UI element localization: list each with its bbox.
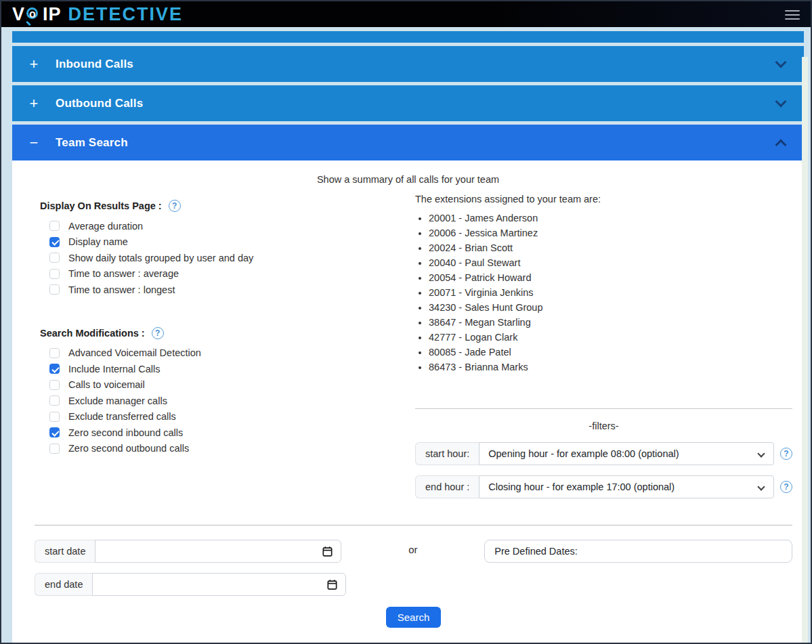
start-hour-row: start hour: Opening hour - for example 0…	[415, 442, 792, 465]
extension-list-item: 20024 - Brian Scott	[429, 240, 792, 255]
checkbox-label: Exclude manager calls	[68, 395, 167, 406]
checkbox[interactable]	[49, 284, 60, 295]
end-hour-selected-value: Closing hour - for example 17:00 (option…	[488, 481, 675, 492]
checkbox[interactable]	[49, 380, 60, 390]
help-icon[interactable]: ?	[169, 200, 181, 212]
checkbox-label: Advanced Voicemail Detection	[68, 347, 201, 358]
calendar-icon	[326, 579, 338, 591]
start-date-group: start date	[35, 540, 341, 563]
extension-list-item: 86473 - Brianna Marks	[429, 360, 792, 374]
checkbox-label: Show daily totals grouped by user and da…	[68, 253, 253, 263]
chevron-down-icon	[757, 483, 765, 490]
checkbox-option-row[interactable]: Average duration	[49, 218, 415, 234]
accordion-header-outbound-calls[interactable]: + Outbound Calls	[12, 85, 804, 121]
checkbox-option-row[interactable]: Show daily totals grouped by user and da…	[49, 250, 415, 266]
start-hour-label: start hour:	[415, 442, 479, 465]
checkbox-option-row[interactable]: Time to answer : average	[49, 266, 415, 282]
help-icon[interactable]: ?	[780, 448, 792, 460]
checkbox-option-row[interactable]: Include Internal Calls	[49, 361, 415, 377]
display-section-title: Display On Results Page :	[40, 200, 162, 211]
checkbox-option-row[interactable]: Zero second outbound calls	[49, 441, 415, 457]
extension-list-item: 20006 - Jessica Martinez	[429, 226, 792, 240]
end-date-field[interactable]	[92, 573, 346, 596]
checkbox-label: Display name	[68, 236, 128, 247]
checkbox-option-row[interactable]: Zero second inbound calls	[49, 425, 415, 441]
start-date-input[interactable]	[102, 540, 318, 562]
scrollbar-gutter[interactable]	[802, 57, 808, 644]
checkbox-option-row[interactable]: Advanced Voicemail Detection	[49, 345, 415, 362]
accordion-header-inbound-calls[interactable]: + Inbound Calls	[12, 46, 804, 82]
checkbox-label: Exclude transferred calls	[68, 411, 176, 422]
accordion-header-partial[interactable]	[12, 31, 804, 43]
checkbox-option-row[interactable]: Calls to voicemail	[49, 377, 415, 393]
checkbox-option-row[interactable]: Exclude transferred calls	[49, 409, 415, 425]
checkbox-label: Zero second outbound calls	[68, 443, 189, 454]
extension-list-item: 20054 - Patrick Howard	[429, 270, 792, 285]
end-date-input[interactable]	[100, 574, 322, 595]
chevron-down-icon	[757, 450, 765, 457]
checkbox[interactable]	[49, 348, 60, 358]
extension-list-item: 20001 - James Anderson	[429, 211, 792, 226]
end-hour-row: end hour : Closing hour - for example 17…	[415, 475, 792, 498]
logo-text-ip: IP	[43, 4, 62, 24]
start-hour-select[interactable]: Opening hour - for example 08:00 (option…	[479, 442, 774, 465]
voip-detective-page: { "header": { "logo": { "v": "V", "o": "…	[0, 0, 812, 644]
checkbox[interactable]	[49, 269, 60, 279]
checkbox[interactable]	[49, 444, 60, 454]
help-icon[interactable]: ?	[780, 481, 792, 493]
checkbox[interactable]	[49, 412, 60, 422]
checkbox[interactable]	[49, 427, 60, 437]
extension-list-item: 38647 - Megan Starling	[429, 315, 792, 330]
chevron-up-icon[interactable]	[776, 137, 788, 148]
predefined-dates-select[interactable]: Pre Defined Dates:	[484, 540, 792, 563]
panel-summary-text: Show a summary of all calls for your tea…	[24, 172, 792, 185]
start-hour-selected-value: Opening hour - for example 08:00 (option…	[488, 448, 679, 459]
end-hour-select[interactable]: Closing hour - for example 17:00 (option…	[479, 475, 774, 498]
search-button[interactable]: Search	[386, 607, 442, 628]
collapse-minus-icon: −	[27, 134, 41, 152]
extension-list-item: 20071 - Virginia Jenkins	[429, 285, 792, 300]
accordion-label: Outbound Calls	[56, 97, 143, 110]
checkbox[interactable]	[49, 237, 60, 247]
start-date-calendar-button[interactable]	[318, 542, 337, 561]
filters-divider	[415, 408, 792, 409]
start-date-label: start date	[35, 540, 95, 563]
checkbox[interactable]	[49, 395, 60, 406]
checkbox-label: Average duration	[68, 221, 143, 232]
display-section-title-row: Display On Results Page : ?	[40, 200, 415, 212]
or-text: or	[341, 540, 484, 555]
extension-list-item: 20040 - Paul Stewart	[429, 255, 792, 270]
team-search-panel: Show a summary of all calls for your tea…	[12, 160, 804, 643]
voip-detective-logo[interactable]: V o IP DETECTIVE	[12, 4, 183, 24]
help-icon[interactable]: ?	[152, 327, 164, 339]
checkbox-option-row[interactable]: Time to answer : longest	[49, 282, 415, 298]
calendar-icon	[322, 546, 333, 557]
chevron-down-icon[interactable]	[776, 58, 788, 70]
end-date-calendar-button[interactable]	[322, 575, 341, 594]
accordion-header-team-search[interactable]: − Team Search	[12, 125, 804, 160]
end-date-label: end date	[35, 573, 92, 596]
start-date-field[interactable]	[95, 540, 341, 563]
checkbox[interactable]	[49, 221, 60, 231]
accordion-label: Team Search	[56, 136, 128, 150]
chevron-down-icon[interactable]	[776, 98, 788, 109]
logo-text-o: o	[29, 8, 36, 20]
dates-section: start date or	[24, 525, 792, 628]
checkbox-label: Calls to voicemail	[68, 379, 145, 390]
accordion-list: + Inbound Calls + Outbound Calls − Team …	[1, 27, 811, 643]
magnifier-icon: o	[26, 7, 42, 24]
modifications-section-title-row: Search Modifications : ?	[40, 327, 415, 339]
checkbox-option-row[interactable]: Display name	[49, 234, 415, 251]
checkbox-label: Include Internal Calls	[68, 364, 160, 374]
checkbox-option-row[interactable]: Exclude manager calls	[49, 393, 415, 409]
extensions-title: The extensions assigned to your team are…	[415, 194, 792, 205]
modification-options-list: Advanced Voicemail Detection Include Int…	[49, 345, 415, 457]
extensions-filters-column: The extensions assigned to your team are…	[415, 194, 792, 509]
hamburger-menu-icon[interactable]	[785, 6, 800, 22]
extension-list-item: 80085 - Jade Patel	[429, 345, 792, 360]
extensions-list: 20001 - James Anderson 20006 - Jessica M…	[429, 211, 792, 374]
checkbox[interactable]	[49, 253, 60, 263]
checkbox[interactable]	[49, 364, 60, 374]
end-date-group: end date	[35, 573, 346, 596]
expand-plus-icon: +	[27, 95, 41, 112]
